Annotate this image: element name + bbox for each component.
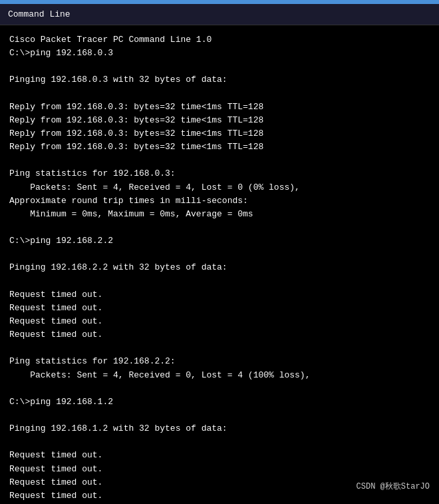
- terminal-line: C:\>ping 192.168.2.2: [9, 234, 430, 248]
- terminal-line: Reply from 192.168.0.3: bytes=32 time<1m…: [9, 114, 430, 127]
- terminal-line: [9, 221, 430, 234]
- terminal-line: [9, 275, 430, 288]
- terminal-line: Approximate round trip times in milli-se…: [9, 194, 430, 208]
- terminal-line: [9, 342, 430, 355]
- window-header: Command Line: [0, 4, 439, 25]
- terminal-line: [9, 382, 430, 395]
- terminal-line: Cisco Packet Tracer PC Command Line 1.0: [9, 33, 430, 47]
- terminal-line: Request timed out.: [9, 288, 430, 302]
- terminal-line: Request timed out.: [9, 302, 430, 315]
- terminal-line: Minimum = 0ms, Maximum = 0ms, Average = …: [9, 208, 430, 221]
- terminal-line: Request timed out.: [9, 315, 430, 328]
- terminal-line: Packets: Sent = 4, Received = 0, Lost = …: [9, 369, 430, 382]
- terminal-line: [9, 435, 430, 449]
- terminal-line: Pinging 192.168.1.2 with 32 bytes of dat…: [9, 422, 430, 435]
- terminal-line: Pinging 192.168.2.2 with 32 bytes of dat…: [9, 261, 430, 274]
- terminal-line: [9, 248, 430, 261]
- terminal-line: [9, 154, 430, 167]
- terminal-line: C:\>ping 192.168.0.3: [9, 47, 430, 60]
- terminal-line: Ping statistics for 192.168.0.3:: [9, 167, 430, 180]
- terminal-line: Request timed out.: [9, 449, 430, 462]
- terminal-line: [9, 409, 430, 422]
- terminal-line: Reply from 192.168.0.3: bytes=32 time<1m…: [9, 101, 430, 114]
- terminal-line: Packets: Sent = 4, Received = 4, Lost = …: [9, 181, 430, 194]
- watermark: CSDN @秋歌StarJO: [357, 481, 430, 493]
- terminal-line: Reply from 192.168.0.3: bytes=32 time<1m…: [9, 140, 430, 154]
- terminal-line: C:\>ping 192.168.1.2: [9, 395, 430, 409]
- terminal-body[interactable]: Cisco Packet Tracer PC Command Line 1.0C…: [0, 25, 439, 500]
- terminal-line: Request timed out.: [9, 328, 430, 342]
- terminal-line: Pinging 192.168.0.3 with 32 bytes of dat…: [9, 73, 430, 87]
- terminal-line: Ping statistics for 192.168.2.2:: [9, 355, 430, 368]
- terminal-line: Request timed out.: [9, 463, 430, 476]
- terminal-line: [9, 87, 430, 101]
- terminal-line: Reply from 192.168.0.3: bytes=32 time<1m…: [9, 127, 430, 140]
- window-title: Command Line: [8, 9, 71, 19]
- terminal-line: [9, 60, 430, 73]
